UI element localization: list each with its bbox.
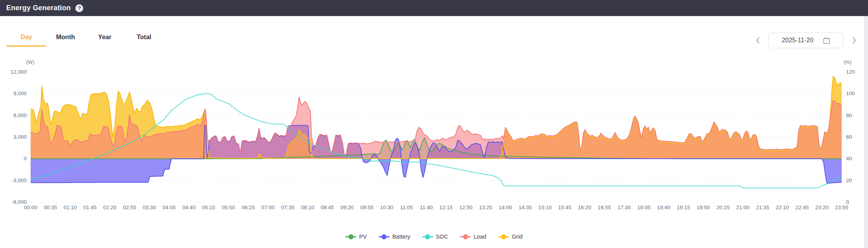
x-axis-tick-label: 12:50 xyxy=(459,205,472,210)
legend-item-battery[interactable]: Battery xyxy=(379,234,410,240)
x-axis-tick-label: 23:20 xyxy=(815,205,829,210)
help-icon[interactable]: ? xyxy=(75,4,83,12)
legend-label: Grid xyxy=(512,234,522,240)
left-axis-tick-label: -3,000 xyxy=(1,177,27,184)
right-axis-tick-label: 40 xyxy=(846,155,866,162)
date-navigator: 2025-11-20 xyxy=(753,33,859,48)
legend-item-load[interactable]: Load xyxy=(460,234,486,240)
x-axis-tick-label: 00:35 xyxy=(44,205,57,210)
x-axis-tick-label: 08:45 xyxy=(321,205,334,210)
x-axis-tick-label: 04:40 xyxy=(182,205,195,210)
legend-marker-icon xyxy=(345,234,356,239)
x-axis-tick-label: 19:50 xyxy=(697,205,710,210)
x-axis-tick-label: 11:40 xyxy=(420,205,433,210)
x-axis-tick-label: 21:00 xyxy=(736,205,749,210)
x-axis-tick-label: 22:10 xyxy=(776,205,789,210)
right-axis-tick-label: 120 xyxy=(846,69,866,76)
x-axis-tick-label: 15:10 xyxy=(538,205,552,210)
x-axis-tick-label: 07:00 xyxy=(261,205,275,210)
x-axis-tick-label: 03:30 xyxy=(143,205,156,210)
chart-canvas[interactable] xyxy=(31,72,842,202)
x-axis-tick-label: 02:20 xyxy=(103,205,117,210)
left-axis-tick-label: -6,000 xyxy=(1,199,27,206)
right-axis-tick-label: 60 xyxy=(846,134,866,141)
previous-day-button[interactable] xyxy=(753,36,762,45)
x-axis-tick-label: 09:55 xyxy=(360,205,374,210)
left-axis-tick-label: 0 xyxy=(1,155,27,162)
vertical-scrollbar[interactable] xyxy=(864,16,868,248)
legend-marker-icon xyxy=(498,234,509,239)
x-axis-tick-label: 00:00 xyxy=(24,205,37,210)
calendar-icon xyxy=(823,37,830,44)
left-axis-tick-label: 12,000 xyxy=(1,69,27,76)
chart-legend: PVBatterySOCLoadGrid xyxy=(0,234,868,240)
left-axis-unit: (W) xyxy=(20,59,40,65)
legend-label: PV xyxy=(359,234,367,240)
legend-marker-icon xyxy=(460,234,471,239)
x-axis-tick-label: 16:20 xyxy=(578,205,591,210)
date-input[interactable]: 2025-11-20 xyxy=(768,33,844,48)
period-tabs: Day Month Year Total xyxy=(7,34,164,47)
date-value: 2025-11-20 xyxy=(782,37,813,44)
legend-marker-icon xyxy=(422,234,433,239)
chevron-left-icon xyxy=(755,36,760,44)
next-day-button[interactable] xyxy=(850,36,859,45)
right-axis-tick-label: 20 xyxy=(846,177,866,184)
legend-item-pv[interactable]: PV xyxy=(345,234,367,240)
x-axis-tick-label: 19:15 xyxy=(677,205,690,210)
x-axis-tick-label: 18:40 xyxy=(657,205,670,210)
x-axis-tick-label: 22:45 xyxy=(795,205,809,210)
x-axis-tick-label: 01:10 xyxy=(64,205,77,210)
tab-month[interactable]: Month xyxy=(46,34,85,47)
x-axis-tick-label: 13:25 xyxy=(479,205,492,210)
left-axis-tick-label: 9,000 xyxy=(1,90,27,97)
x-axis-tick-label: 09:20 xyxy=(341,205,354,210)
x-axis-tick-label: 01:45 xyxy=(83,205,97,210)
app-header: Energy Generation ? xyxy=(0,0,868,16)
x-axis-tick-label: 08:10 xyxy=(301,205,314,210)
x-axis-tick-label: 05:15 xyxy=(202,205,215,210)
x-axis-tick-label: 05:50 xyxy=(222,205,235,210)
x-axis-tick-label: 06:25 xyxy=(242,205,255,210)
left-axis-tick-label: 6,000 xyxy=(1,112,27,119)
legend-label: SOC xyxy=(436,234,448,240)
legend-item-soc[interactable]: SOC xyxy=(422,234,448,240)
chevron-right-icon xyxy=(852,36,857,44)
x-axis-tick-label: 14:35 xyxy=(518,205,532,210)
legend-item-grid[interactable]: Grid xyxy=(498,234,522,240)
tab-year[interactable]: Year xyxy=(85,34,124,47)
x-axis-tick-label: 02:55 xyxy=(123,205,136,210)
legend-marker-icon xyxy=(379,234,390,239)
right-axis-tick-label: 0 xyxy=(846,199,866,206)
x-axis-tick-label: 04:05 xyxy=(162,205,176,210)
x-axis-tick-label: 18:05 xyxy=(637,205,651,210)
x-axis-tick-label: 17:30 xyxy=(618,205,631,210)
page-title: Energy Generation xyxy=(6,4,71,12)
x-axis-tick-label: 07:35 xyxy=(281,205,294,210)
left-axis-tick-label: 3,000 xyxy=(1,134,27,141)
tab-total[interactable]: Total xyxy=(124,34,164,47)
right-axis-unit: (%) xyxy=(844,59,859,65)
x-axis-tick-label: 21:35 xyxy=(756,205,769,210)
right-axis-tick-label: 80 xyxy=(846,112,866,119)
tab-day[interactable]: Day xyxy=(7,34,46,47)
x-axis-tick-label: 12:15 xyxy=(439,205,453,210)
x-axis-tick-label: 16:55 xyxy=(598,205,611,210)
legend-label: Battery xyxy=(392,234,410,240)
x-axis-tick-label: 20:25 xyxy=(717,205,730,210)
x-axis-tick-label: 14:00 xyxy=(499,205,512,210)
right-axis-tick-label: 100 xyxy=(846,90,866,97)
legend-label: Load xyxy=(474,234,486,240)
x-axis-tick-label: 11:05 xyxy=(400,205,413,210)
x-axis-tick-label: 10:30 xyxy=(380,205,394,210)
x-axis-tick-label: 23:55 xyxy=(835,205,848,210)
x-axis-tick-label: 15:45 xyxy=(558,205,571,210)
